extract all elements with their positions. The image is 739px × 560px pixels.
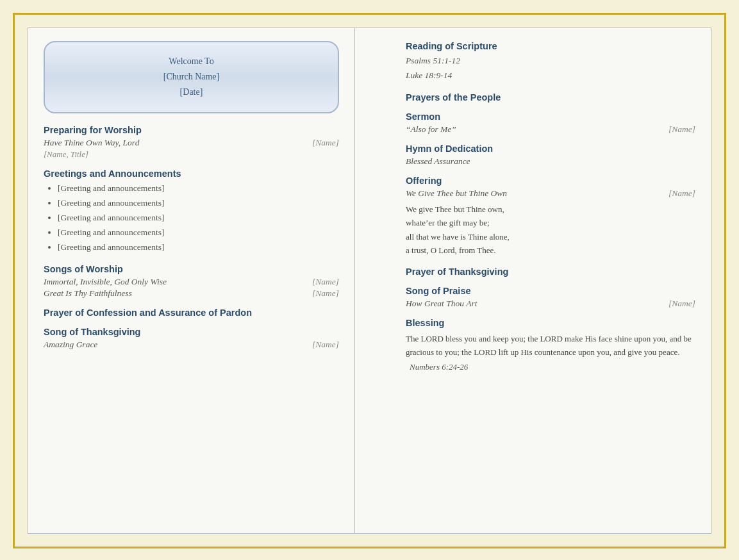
greeting-item-3: [Greeting and announcements] bbox=[58, 211, 339, 226]
how-great-name: [Name] bbox=[668, 299, 695, 309]
song-how-great: How Great Thou Art [Name] bbox=[406, 299, 695, 309]
heading-preparing: Preparing for Worship bbox=[44, 125, 339, 135]
song-name-have-thine: [Name] bbox=[312, 138, 339, 148]
greeting-item-5: [Greeting and announcements] bbox=[58, 240, 339, 255]
song-immortal: Immortal, Invisible, God Only Wise [Name… bbox=[44, 277, 339, 287]
divider-column bbox=[355, 28, 390, 533]
heading-songs-worship: Songs of Worship bbox=[44, 264, 339, 274]
blessing-ref: Numbers 6:24-26 bbox=[410, 362, 695, 372]
blessed-assurance-title: Blessed Assurance bbox=[406, 156, 470, 167]
heading-prayer-thanksgiving: Prayer of Thanksgiving bbox=[406, 267, 695, 277]
welcome-line1: Welcome To bbox=[58, 54, 325, 69]
give-thee-title: We Give Thee but Thine Own bbox=[406, 188, 507, 199]
scripture-luke: Luke 18:9-14 bbox=[406, 69, 695, 83]
greeting-item-4: [Greeting and announcements] bbox=[58, 226, 339, 240]
heading-song-praise: Song of Praise bbox=[406, 286, 695, 296]
right-panel: Reading of Scripture Psalms 51:1-12 Luke… bbox=[390, 28, 711, 533]
song-have-thine: Have Thine Own Way, Lord [Name] [Name, T… bbox=[44, 138, 339, 160]
song-blessed-assurance: Blessed Assurance bbox=[406, 156, 695, 167]
heading-greetings: Greetings and Announcements bbox=[44, 169, 339, 179]
heading-prayers-people: Prayers of the People bbox=[406, 92, 695, 103]
song-great-title: Great Is Thy Faithfulness bbox=[44, 288, 132, 299]
song-immortal-title: Immortal, Invisible, God Only Wise bbox=[44, 277, 167, 287]
song-amazing-name: [Name] bbox=[312, 340, 339, 350]
heading-reading: Reading of Scripture bbox=[406, 41, 695, 51]
song-great-name: [Name] bbox=[312, 288, 339, 299]
greeting-item-2: [Greeting and announcements] bbox=[58, 196, 339, 211]
welcome-box: Welcome To [Church Name] [Date] bbox=[44, 41, 339, 113]
how-great-title: How Great Thou Art bbox=[406, 299, 477, 309]
song-give-thee: We Give Thee but Thine Own [Name] bbox=[406, 188, 695, 199]
welcome-line3: [Date] bbox=[58, 85, 325, 100]
main-content: Welcome To [Church Name] [Date] Preparin… bbox=[28, 28, 711, 534]
outer-border: Welcome To [Church Name] [Date] Preparin… bbox=[13, 13, 726, 548]
song-title-text: Have Thine Own Way, Lord bbox=[44, 138, 139, 148]
heading-prayer-confession: Prayer of Confession and Assurance of Pa… bbox=[44, 308, 339, 318]
heading-blessing: Blessing bbox=[406, 318, 695, 328]
left-panel: Welcome To [Church Name] [Date] Preparin… bbox=[28, 28, 355, 533]
name-title-sub: [Name, Title] bbox=[44, 149, 339, 160]
greetings-list: [Greeting and announcements] [Greeting a… bbox=[44, 181, 339, 255]
offering-line-4: a trust, O Lord, from Thee. bbox=[406, 243, 695, 257]
song-immortal-name: [Name] bbox=[312, 277, 339, 287]
offering-line-1: We give Thee but Thine own, bbox=[406, 202, 695, 216]
heading-hymn-dedication: Hymn of Dedication bbox=[406, 144, 695, 154]
heading-offering: Offering bbox=[406, 176, 695, 186]
sermon-name: [Name] bbox=[668, 124, 695, 135]
song-title-have-thine: Have Thine Own Way, Lord [Name] bbox=[44, 138, 339, 148]
greeting-item-1: [Greeting and announcements] bbox=[58, 181, 339, 196]
welcome-line2: [Church Name] bbox=[58, 69, 325, 85]
sermon-title-text: “Also for Me” bbox=[406, 124, 456, 135]
heading-sermon: Sermon bbox=[406, 111, 695, 122]
offering-line-2: whate’er the gift may be; bbox=[406, 216, 695, 229]
give-thee-name: [Name] bbox=[668, 188, 695, 199]
song-amazing-title: Amazing Grace bbox=[44, 340, 97, 350]
blessing-text: The LORD bless you and keep you; the LOR… bbox=[406, 332, 695, 359]
heading-song-thanksgiving: Song of Thanksgiving bbox=[44, 327, 339, 337]
song-amazing-grace: Amazing Grace [Name] bbox=[44, 340, 339, 350]
scripture-psalms: Psalms 51:1-12 bbox=[406, 54, 695, 69]
offering-verse: We give Thee but Thine own, whate’er the… bbox=[406, 202, 695, 258]
song-great-faithfulness: Great Is Thy Faithfulness [Name] bbox=[44, 288, 339, 299]
sermon-also-for-me: “Also for Me” [Name] bbox=[406, 124, 695, 135]
offering-line-3: all that we have is Thine alone, bbox=[406, 230, 695, 243]
